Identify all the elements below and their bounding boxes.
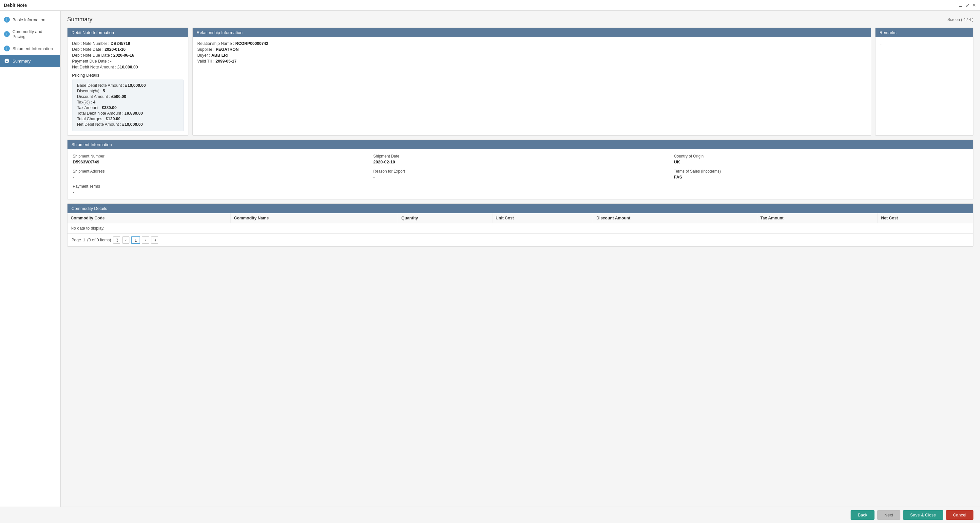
pricing-details-title: Pricing Details	[72, 73, 183, 78]
country-of-origin-value: UK	[674, 159, 968, 164]
payment-terms-value: -	[73, 190, 367, 194]
top-row: Debit Note Information Debit Note Number…	[67, 27, 974, 135]
debit-note-panel: Debit Note Information Debit Note Number…	[67, 27, 188, 135]
shipment-panel-header: Shipment Information	[67, 140, 973, 149]
col-discount-amount: Discount Amount	[593, 213, 757, 223]
total-debit-note-amount-row: Total Debit Note Amount : £9,880.00	[77, 111, 178, 116]
relationship-name-row: Relationship Name : RCORP00000742	[197, 41, 866, 46]
close-button[interactable]: ✕	[972, 3, 976, 8]
shipment-number-cell: Shipment Number D5963WX749	[73, 154, 367, 164]
total-charges-row: Total Charges : £120.00	[77, 117, 178, 121]
back-button[interactable]: Back	[851, 510, 875, 520]
shipment-address-cell: Shipment Address -	[73, 169, 367, 180]
shipment-date-label: Shipment Date	[373, 154, 667, 159]
next-page-button[interactable]: ›	[142, 237, 149, 244]
sidebar-label-basic: Basic Information	[13, 17, 45, 22]
prev-page-button[interactable]: ‹	[122, 237, 129, 244]
net-debit-note-amount-pricing-row: Net Debit Note Amount : £10,000.00	[77, 122, 178, 127]
save-close-button[interactable]: Save & Close	[903, 510, 943, 520]
valid-till-value: 2099-05-17	[216, 59, 237, 64]
sidebar-label-summary: Summary	[13, 59, 31, 64]
discount-pct-value: 5	[103, 89, 105, 93]
base-amount-row: Base Debit Note Amount : £10,000.00	[77, 83, 178, 88]
pricing-box: Base Debit Note Amount : £10,000.00 Disc…	[72, 79, 183, 131]
cancel-button[interactable]: Cancel	[946, 510, 974, 520]
commodity-panel-header: Commodity Details	[67, 204, 973, 213]
shipment-icon: i	[4, 46, 10, 51]
net-debit-note-amount-value: £10,000.00	[117, 65, 138, 70]
summary-icon: ●	[4, 58, 10, 64]
debit-note-due-date-value: 2020-06-16	[113, 53, 134, 58]
col-unit-cost: Unit Cost	[492, 213, 593, 223]
footer: Back Next Save & Close Cancel	[0, 507, 980, 523]
page-label: Page	[72, 238, 81, 242]
sidebar-item-summary[interactable]: ● Summary	[0, 55, 60, 67]
tax-amount-row: Tax Amount : £380.00	[77, 105, 178, 110]
pagination: Page 1 (0 of 0 items) ⟨⟨ ‹ 1 › ⟩⟩	[67, 234, 973, 246]
relationship-panel-header: Relationship Information	[192, 28, 871, 37]
debit-note-date-value: 2020-01-16	[105, 47, 126, 52]
next-button: Next	[877, 510, 900, 520]
relationship-panel: Relationship Information Relationship Na…	[192, 27, 871, 135]
net-debit-note-amount-row: Net Debit Note Amount : £10,000.00	[72, 65, 183, 70]
sidebar-label-commodity: Commodity and Pricing	[13, 29, 56, 39]
total-debit-note-amount-value: £9,880.00	[124, 111, 143, 116]
remarks-panel: Remarks -	[875, 27, 974, 135]
sidebar-label-shipment: Shipment Information	[13, 46, 53, 51]
shipment-row: Shipment Information Shipment Number D59…	[67, 140, 974, 199]
sidebar-item-shipment-information[interactable]: i Shipment Information	[0, 42, 60, 55]
commodity-section: Commodity Details Commodity Code Commodi…	[67, 203, 974, 246]
screen-info: Screen ( 4 / 4 )	[948, 17, 974, 22]
col-commodity-name: Commodity Name	[231, 213, 398, 223]
buyer-row: Buyer : ABB Ltd	[197, 53, 866, 58]
discount-amount-value: £500.00	[111, 94, 126, 99]
debit-note-panel-header: Debit Note Information	[67, 28, 188, 37]
shipment-number-value: D5963WX749	[73, 159, 367, 164]
tax-amount-value: £380.00	[102, 105, 117, 110]
reason-for-export-value: -	[373, 175, 667, 180]
page-number-display: 1	[131, 237, 140, 244]
page-title: Summary	[67, 16, 92, 23]
relationship-name-value: RCORP00000742	[235, 41, 268, 46]
sidebar: i Basic Information i Commodity and Pric…	[0, 11, 60, 507]
first-page-button[interactable]: ⟨⟨	[113, 237, 120, 244]
remarks-value: -	[875, 37, 973, 51]
shipment-grid: Shipment Number D5963WX749 Shipment Date…	[67, 149, 973, 199]
relationship-panel-body: Relationship Name : RCORP00000742 Suppli…	[192, 37, 871, 69]
minimize-button[interactable]: 🗕	[958, 3, 963, 8]
terms-of-sales-label: Terms of Sales (Incoterms)	[674, 169, 968, 173]
sidebar-item-basic-information[interactable]: i Basic Information	[0, 13, 60, 26]
shipment-date-cell: Shipment Date 2020-02-10	[373, 154, 667, 164]
no-data-row: No data to display.	[67, 223, 973, 234]
window-title: Debit Note	[4, 3, 27, 8]
reason-for-export-cell: Reason for Export -	[373, 169, 667, 180]
sidebar-item-commodity-and-pricing[interactable]: i Commodity and Pricing	[0, 26, 60, 42]
payment-due-date-row: Payment Due Date : -	[72, 59, 183, 64]
buyer-value: ABB Ltd	[212, 53, 228, 58]
payment-due-date-value: -	[110, 59, 111, 64]
total-charges-value: £120.00	[106, 117, 121, 121]
basic-info-icon: i	[4, 17, 10, 22]
discount-amount-row: Discount Amount : £500.00	[77, 94, 178, 99]
tax-pct-value: 4	[93, 100, 95, 105]
last-page-button[interactable]: ⟩⟩	[151, 237, 158, 244]
col-tax-amount: Tax Amount	[757, 213, 878, 223]
commodity-table: Commodity Code Commodity Name Quantity U…	[67, 213, 973, 234]
discount-pct-row: Discount(%) : 5	[77, 89, 178, 93]
page-header: Summary Screen ( 4 / 4 )	[67, 16, 974, 23]
no-data-text: No data to display.	[67, 223, 973, 234]
supplier-row: Supplier : PEGATRON	[197, 47, 866, 52]
payment-terms-cell: Payment Terms -	[73, 184, 367, 194]
col-quantity: Quantity	[398, 213, 492, 223]
valid-till-row: Valid Till : 2099-05-17	[197, 59, 866, 64]
terms-of-sales-cell: Terms of Sales (Incoterms) FAS	[674, 169, 968, 180]
debit-note-number-value: DB245719	[110, 41, 130, 46]
debit-note-date-row: Debit Note Date : 2020-01-16	[72, 47, 183, 52]
shipment-panel: Shipment Information Shipment Number D59…	[67, 140, 974, 199]
net-debit-note-amount-pricing-value: £10,000.00	[122, 122, 143, 127]
shipment-number-label: Shipment Number	[73, 154, 367, 159]
shipment-date-value: 2020-02-10	[373, 159, 667, 164]
maximize-button[interactable]: ⤢	[966, 3, 969, 8]
tax-pct-row: Tax(%) : 4	[77, 100, 178, 105]
debit-note-panel-body: Debit Note Number : DB245719 Debit Note …	[67, 37, 188, 135]
